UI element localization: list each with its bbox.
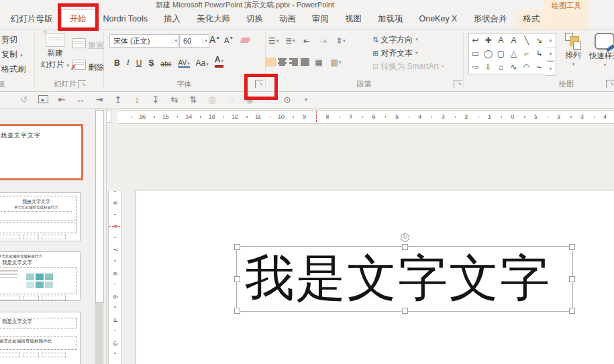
- resize-handle-n[interactable]: [402, 244, 408, 250]
- format-painter-button[interactable]: 格式刷: [1, 64, 25, 75]
- selected-text-box[interactable]: 我是文字文字 ↻: [236, 246, 573, 312]
- tab-onekey[interactable]: OneKey X: [411, 9, 465, 29]
- layout-thumbnail[interactable]: 我是文字文字 单击此处编辑母版标题样式: [0, 312, 81, 364]
- arrange-button[interactable]: 排列 ▾: [560, 33, 586, 67]
- right-arrow-shape[interactable]: ⇨: [469, 60, 482, 74]
- tab-addins[interactable]: 加载项: [370, 9, 411, 29]
- align-center-objects-icon[interactable]: ↔: [71, 95, 90, 105]
- align-left-icon[interactable]: [266, 58, 275, 66]
- text-box-shape[interactable]: A: [495, 34, 507, 47]
- bold-button[interactable]: B: [114, 58, 121, 68]
- distribute-vertical-icon[interactable]: ⇅: [184, 95, 203, 105]
- layout-thumbnail[interactable]: 我是文字文字 单击此处编辑母版标题样式: [0, 192, 81, 241]
- quick-styles-button[interactable]: 快速样式 ▾: [588, 33, 614, 68]
- bullets-icon[interactable]: ☰▾: [266, 34, 280, 47]
- down-arrow-shape[interactable]: ⇩: [482, 60, 495, 74]
- line-spacing-icon[interactable]: ⇕▾: [334, 34, 348, 47]
- undo-rotate-icon[interactable]: ↺: [15, 95, 34, 105]
- align-text-button[interactable]: ⊞ 对齐文本 ▾: [372, 47, 444, 59]
- align-right-icon[interactable]: [289, 58, 298, 66]
- decrease-font-size-button[interactable]: A▼: [224, 36, 234, 44]
- tab-insert[interactable]: 插入: [156, 9, 189, 29]
- shape-union-icon[interactable]: ◎: [203, 95, 221, 105]
- align-middle-objects-icon[interactable]: ↕: [127, 95, 146, 105]
- tab-review[interactable]: 审阅: [304, 9, 337, 29]
- tab-shape-merge[interactable]: 形状合并: [465, 9, 515, 29]
- justify-icon[interactable]: [301, 58, 309, 66]
- resize-handle-sw[interactable]: [234, 308, 240, 314]
- align-top-objects-icon[interactable]: ↥: [109, 95, 127, 105]
- tab-slide-master[interactable]: 幻灯片母版: [3, 9, 61, 29]
- tab-nordri-tools[interactable]: Nordri Tools: [95, 9, 156, 29]
- panel-scrollbar[interactable]: [95, 109, 104, 364]
- increase-indent-icon[interactable]: ⇥: [317, 34, 331, 47]
- change-case-button[interactable]: Aa▾: [196, 58, 209, 68]
- tab-animations[interactable]: 动画: [271, 9, 304, 29]
- arrow-line-shape[interactable]: ↘: [533, 34, 546, 47]
- copy-button[interactable]: 复制 ▾: [1, 49, 23, 60]
- font-name-combo[interactable]: 宋体 (正文) ▾: [109, 34, 179, 48]
- oval-shape[interactable]: ◯: [482, 47, 495, 60]
- elbow-shape[interactable]: ⌐: [520, 47, 533, 60]
- decrease-indent-icon[interactable]: ⇤: [300, 34, 314, 47]
- align-bottom-objects-icon[interactable]: ↧: [146, 95, 165, 105]
- tab-meihua-dashi[interactable]: 美化大师: [189, 9, 238, 29]
- move-4way-shape[interactable]: ✚: [482, 34, 495, 47]
- resize-handle-e[interactable]: [569, 276, 575, 282]
- triangle-shape[interactable]: △: [507, 47, 520, 60]
- resize-handle-se[interactable]: [569, 308, 575, 314]
- resize-handle-s[interactable]: [402, 308, 408, 314]
- font-color-button[interactable]: A▾: [215, 56, 223, 68]
- drawing-dialog-launcher-icon[interactable]: ↘: [606, 80, 614, 88]
- clear-formatting-button[interactable]: [240, 36, 250, 45]
- align-center-icon[interactable]: [278, 58, 287, 66]
- scribble-shape[interactable]: ∿: [507, 60, 520, 74]
- char-spacing-button[interactable]: AV▾: [178, 59, 189, 68]
- strikethrough-button[interactable]: abc: [160, 60, 172, 68]
- cut-button[interactable]: 剪切: [1, 34, 17, 46]
- freeform-shape[interactable]: ⌂: [495, 60, 507, 74]
- gallery-more-icon[interactable]: ▼: [548, 61, 554, 75]
- resize-handle-ne[interactable]: [569, 244, 575, 250]
- rounded-rectangle-shape[interactable]: ▢: [495, 47, 507, 60]
- slideshow-from-current-icon[interactable]: ▶: [34, 95, 52, 103]
- scroll-up-icon[interactable]: ▲: [546, 34, 556, 48]
- tab-format[interactable]: 格式: [515, 9, 548, 29]
- arc-shape[interactable]: ◠: [520, 60, 533, 74]
- line-shape[interactable]: ╲: [520, 34, 533, 47]
- chevron-down-icon[interactable]: ▾: [202, 38, 207, 44]
- elbow-arrow-shape[interactable]: ↳: [533, 47, 546, 60]
- increase-font-size-button[interactable]: A▲: [209, 34, 220, 45]
- vertical-text-box-shape[interactable]: A: [507, 34, 520, 47]
- tab-view[interactable]: 视图: [337, 9, 370, 29]
- align-right-objects-icon[interactable]: ⇥: [90, 95, 109, 105]
- delete-slide-button[interactable]: ✗ 删除: [72, 60, 104, 73]
- distribute-horizontal-icon[interactable]: ⇆: [165, 95, 184, 105]
- distributed-icon[interactable]: ▦: [312, 56, 326, 68]
- text-shadow-button[interactable]: S: [148, 58, 154, 68]
- chevron-down-icon[interactable]: ▾: [172, 38, 177, 44]
- curved-arrow-shape[interactable]: ↩: [469, 34, 482, 47]
- italic-button[interactable]: I: [127, 58, 130, 68]
- columns-icon[interactable]: ▥▾: [329, 56, 343, 68]
- scrollbar-track[interactable]: [95, 303, 103, 364]
- curve-shape[interactable]: ∼: [533, 60, 546, 74]
- scrollbar-thumb[interactable]: [95, 110, 104, 303]
- reset-button[interactable]: 重置: [72, 38, 104, 52]
- underline-button[interactable]: U: [136, 58, 143, 68]
- text-box-content[interactable]: 我是文字文字: [245, 247, 551, 311]
- numbering-icon[interactable]: ≣▾: [283, 34, 297, 47]
- tab-transitions[interactable]: 切换: [238, 9, 271, 29]
- shape-subtract-icon[interactable]: ⊙: [278, 95, 297, 105]
- align-left-objects-icon[interactable]: ⇤: [52, 95, 71, 105]
- new-slide-button[interactable]: 新建 幻灯片 ▾: [40, 33, 70, 70]
- resize-handle-w[interactable]: [234, 276, 240, 282]
- resize-handle-nw[interactable]: [234, 244, 240, 250]
- smartart-button[interactable]: ⊡ 转换为 SmartArt ▾: [372, 60, 444, 72]
- layout-thumbnail[interactable]: 单击此处编辑母版标题样式 我是文字文字: [0, 251, 81, 301]
- rectangle-shape[interactable]: ▭: [469, 47, 482, 60]
- slides-dialog-launcher-icon[interactable]: ↘: [78, 80, 86, 88]
- toolbar-overflow-icon[interactable]: ▾: [297, 97, 315, 103]
- font-size-combo[interactable]: 60 ▾: [179, 34, 209, 48]
- paragraph-dialog-launcher-icon[interactable]: ↘: [454, 80, 462, 88]
